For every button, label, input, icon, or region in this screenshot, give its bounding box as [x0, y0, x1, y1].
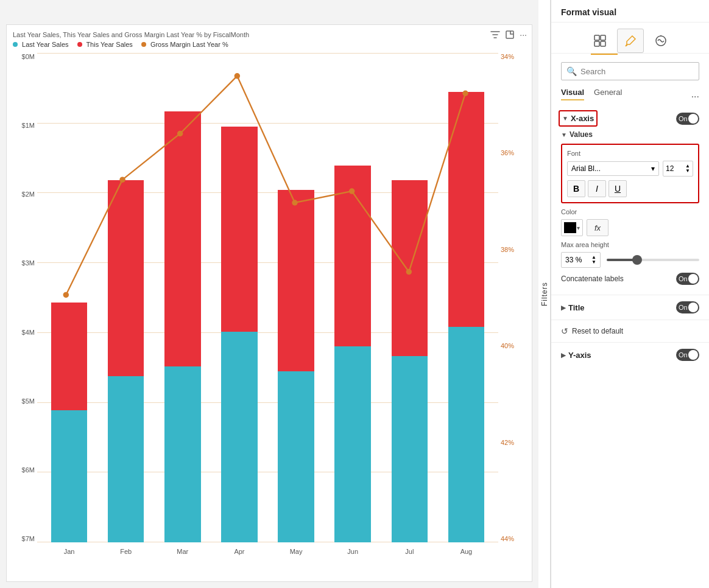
legend-item-0: Last Year Sales	[13, 41, 69, 48]
reset-row[interactable]: ↺ Reset to default	[551, 320, 709, 343]
font-row: Arial Bl... ▾ 12 ▲▼	[567, 161, 693, 177]
chevron-right-icon-y: ▶	[561, 352, 566, 359]
bar-group-jan	[43, 53, 95, 542]
concat-label: Concatenate labels	[561, 275, 624, 283]
values-subsection-header[interactable]: ▼ Values	[561, 130, 699, 139]
chevron-down-icon-2: ▼	[561, 131, 567, 138]
grid-icon	[593, 34, 607, 47]
legend-item-1: This Year Sales	[77, 41, 133, 48]
bar-group-apr	[213, 53, 265, 542]
title-label[interactable]: ▶ Title	[561, 303, 585, 312]
bars-container	[37, 53, 498, 542]
percent-input[interactable]: 33 % ▲▼	[561, 252, 601, 268]
analytics-icon-tab[interactable]	[647, 29, 674, 53]
font-label: Font	[567, 150, 693, 157]
format-icon-tabs	[551, 23, 709, 54]
legend-item-2: Gross Margin Last Year %	[141, 41, 228, 48]
font-family-select[interactable]: Arial Bl... ▾	[567, 161, 659, 176]
font-section: Font Arial Bl... ▾ 12 ▲▼ B I	[561, 144, 699, 203]
more-options-icon[interactable]: ···	[520, 30, 527, 41]
concat-toggle[interactable]: On	[676, 273, 699, 285]
chart-body: Jan Feb Mar Apr May Jun Jul Aug FiscalMo…	[37, 53, 498, 561]
filter-icon[interactable]	[490, 30, 500, 41]
chart-area: $7M $6M $5M $4M $3M $2M $1M $0M	[13, 53, 526, 561]
color-section: Color ▾ fx	[561, 208, 699, 236]
analytics-icon	[654, 34, 668, 47]
title-section-header: ▶ Title On	[561, 301, 699, 313]
grid-icon-tab[interactable]	[587, 29, 613, 53]
bold-button[interactable]: B	[567, 180, 585, 197]
chart-title: Last Year Sales, This Year Sales and Gro…	[13, 31, 526, 38]
y-axis-right: 44% 42% 40% 38% 36% 34%	[498, 53, 526, 561]
x-axis-title-label: ▼ X-axis	[562, 114, 594, 123]
bar-group-jun	[327, 53, 379, 542]
color-label: Color	[561, 208, 699, 215]
underline-button[interactable]: U	[608, 180, 627, 197]
chevron-down-icon-font: ▾	[651, 164, 655, 173]
color-swatch-button[interactable]: ▾	[561, 219, 583, 236]
percent-stepper[interactable]: ▲▼	[591, 255, 596, 265]
reset-icon: ↺	[561, 326, 568, 336]
right-panel: Format visual 🔍	[551, 0, 709, 588]
svg-rect-10	[601, 35, 605, 40]
color-swatch	[564, 222, 576, 233]
bar-group-mar	[157, 53, 208, 542]
paintbrush-icon-tab[interactable]	[617, 29, 644, 53]
x-axis-labels: Jan Feb Mar Apr May Jun Jul Aug	[37, 542, 498, 561]
bar-group-may	[270, 53, 322, 542]
color-chevron-icon: ▾	[577, 225, 580, 231]
font-size-input[interactable]: 12 ▲▼	[663, 161, 693, 177]
x-axis-section-header[interactable]: ▼ X-axis On	[561, 110, 699, 127]
paintbrush-icon	[624, 34, 637, 47]
chevron-down-icon: ▼	[562, 115, 568, 122]
bar-group-aug	[440, 53, 492, 542]
bar-group-jul	[384, 53, 436, 542]
y-axis-left: $7M $6M $5M $4M $3M $2M $1M $0M	[13, 53, 37, 561]
max-area-label: Max area height	[561, 241, 699, 248]
chevron-right-icon: ▶	[561, 304, 566, 311]
font-size-stepper[interactable]: ▲▼	[685, 164, 690, 173]
chart-legend: Last Year Sales This Year Sales Gross Ma…	[13, 41, 526, 48]
panel-header: Format visual	[551, 0, 709, 23]
svg-rect-12	[601, 41, 605, 46]
svg-rect-9	[594, 35, 599, 40]
expand-icon[interactable]	[505, 30, 515, 41]
italic-button[interactable]: I	[588, 180, 606, 197]
title-toggle[interactable]: On	[676, 301, 699, 313]
search-container: 🔍	[561, 62, 699, 80]
x-axis-label-box: ▼ X-axis	[559, 110, 598, 127]
concat-row: Concatenate labels On	[561, 273, 699, 285]
svg-point-14	[660, 35, 661, 37]
svg-rect-0	[506, 31, 513, 38]
tab-visual[interactable]: Visual	[561, 88, 584, 100]
svg-rect-11	[594, 41, 599, 46]
title-section: ▶ Title On	[551, 295, 709, 320]
search-icon: 🔍	[566, 66, 577, 76]
color-row: ▾ fx	[561, 219, 699, 236]
max-area-row: 33 % ▲▼	[561, 252, 699, 268]
format-visual-title: Format visual	[561, 7, 616, 17]
view-tabs: Visual General ...	[551, 88, 709, 100]
max-area-slider[interactable]	[607, 259, 699, 261]
fx-button[interactable]: fx	[587, 219, 608, 236]
font-style-row: B I U	[567, 180, 693, 197]
y-axis-label[interactable]: ▶ Y-axis	[561, 351, 591, 360]
tab-general[interactable]: General	[594, 88, 622, 100]
reset-label: Reset to default	[572, 327, 623, 335]
bar-group-feb	[100, 53, 152, 542]
y-axis-section: ▶ Y-axis On	[551, 343, 709, 367]
max-area-section: Max area height 33 % ▲▼	[561, 241, 699, 268]
x-axis-toggle[interactable]: On	[676, 113, 699, 125]
y-axis-toggle[interactable]: On	[676, 349, 699, 361]
x-axis-section: ▼ X-axis On ▼ Values Font Arial Bl... ▾	[551, 105, 709, 295]
search-input[interactable]	[580, 67, 694, 76]
filters-tab[interactable]: Filters	[538, 0, 551, 588]
tab-more[interactable]: ...	[691, 89, 699, 100]
